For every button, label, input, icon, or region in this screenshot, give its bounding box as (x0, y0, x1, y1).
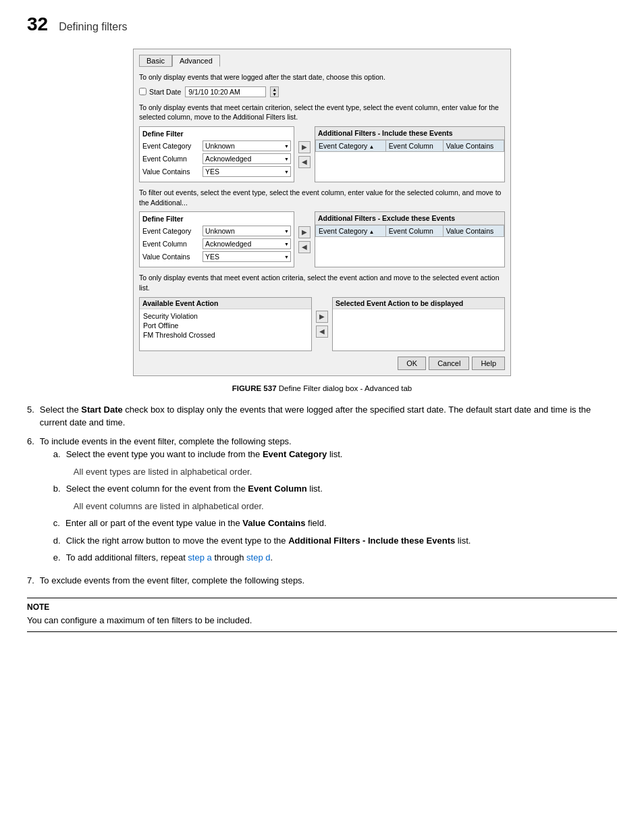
dialog-desc4: To only display events that meet event a… (139, 273, 505, 292)
exclude-right-arrow-btn[interactable]: ▶ (298, 226, 311, 238)
dialog-desc2: To only display events that meet certain… (139, 103, 505, 122)
event-action-section: Available Event Action Security Violatio… (139, 297, 505, 351)
list-item[interactable]: Port Offline (142, 321, 309, 330)
spin-down-icon[interactable]: ▼ (271, 92, 278, 97)
help-button[interactable]: Help (472, 357, 505, 370)
include-af-table: Event Category Event Column Value Contai… (315, 140, 504, 163)
step-6d-letter: d. (53, 534, 61, 548)
exclude-define-filter-box: Define Filter Event Category Unknown Eve… (139, 211, 294, 267)
exclude-af-body (316, 237, 504, 249)
tab-bar: Basic Advanced (139, 55, 505, 67)
step-5: 5. Select the Start Date check box to di… (27, 403, 617, 429)
exclude-value-contains-label: Value Contains (142, 253, 200, 261)
include-col-event-category[interactable]: Event Category (316, 140, 386, 152)
tab-advanced[interactable]: Advanced (172, 55, 220, 67)
include-event-column-select-wrapper: Acknowledged (203, 153, 291, 164)
event-action-right-arrow-btn[interactable]: ▶ (316, 311, 328, 323)
page-title: Defining filters (59, 21, 127, 33)
exclude-event-category-select[interactable]: Unknown (203, 226, 291, 236)
value-contains-bold: Value Contains (242, 518, 305, 528)
start-date-label[interactable]: Start Date (139, 88, 181, 96)
include-event-category-select[interactable]: Unknown (203, 140, 291, 151)
step-6b-subtext: All event columns are listed in alphabet… (74, 500, 471, 513)
step-d-link[interactable]: step d (246, 552, 270, 563)
dialog-desc3: To filter out events, select the event t… (139, 188, 505, 207)
exclude-event-column-row: Event Column Acknowledged (142, 238, 291, 249)
available-event-action-title: Available Event Action (140, 298, 311, 309)
tab-basic[interactable]: Basic (139, 55, 172, 67)
exclude-additional-filters-box: Additional Filters - Exclude these Event… (315, 211, 505, 267)
include-right-arrow-btn[interactable]: ▶ (298, 141, 311, 153)
step-6d-content: Click the right arrow button to move the… (66, 534, 471, 548)
step-6e: e. To add additional filters, repeat ste… (53, 551, 471, 565)
include-value-contains-select[interactable]: YES (203, 166, 291, 177)
include-event-column-select[interactable]: Acknowledged (203, 153, 291, 164)
include-af-body (316, 152, 504, 163)
selected-event-action-title: Selected Event Action to be displayed (333, 298, 504, 309)
exclude-value-contains-select[interactable]: YES (203, 251, 291, 262)
exclude-col-value-contains[interactable]: Value Contains (443, 226, 504, 237)
exclude-layout: Define Filter Event Category Unknown Eve… (139, 211, 505, 267)
start-date-row: Start Date ▲ ▼ (139, 86, 505, 97)
include-filter-section: Define Filter Event Category Unknown Eve… (139, 126, 505, 182)
exclude-event-column-select-wrapper: Acknowledged (203, 238, 291, 249)
exclude-event-column-label: Event Column (142, 240, 200, 248)
step-6-sub-steps: a. Select the event type you want to inc… (53, 448, 471, 565)
exclude-event-category-row: Event Category Unknown (142, 226, 291, 236)
spin-button[interactable]: ▲ ▼ (270, 86, 279, 97)
include-event-category-select-wrapper: Unknown (203, 140, 291, 151)
step-5-text: Select the Start Date check box to displ… (40, 403, 617, 429)
available-event-action-box: Available Event Action Security Violatio… (139, 297, 312, 351)
exclude-af-title: Additional Filters - Exclude these Event… (315, 212, 504, 225)
include-value-contains-label: Value Contains (142, 167, 200, 176)
include-arrow-col: ▶ ◀ (297, 126, 312, 182)
start-date-checkbox[interactable] (139, 88, 146, 95)
exclude-event-column-select[interactable]: Acknowledged (203, 238, 291, 249)
include-value-contains-row: Value Contains YES (142, 166, 291, 177)
step-6d: d. Click the right arrow button to move … (53, 534, 471, 548)
include-layout: Define Filter Event Category Unknown Eve… (139, 126, 505, 182)
list-item[interactable]: Security Violation (142, 311, 309, 321)
ok-button[interactable]: OK (398, 357, 426, 370)
include-define-filter-box: Define Filter Event Category Unknown Eve… (139, 126, 294, 182)
exclude-left-arrow-btn[interactable]: ◀ (298, 241, 311, 253)
include-af-title: Additional Filters - Include these Event… (315, 127, 504, 140)
exclude-col-event-category[interactable]: Event Category (316, 226, 386, 237)
figure-title: Define Filter dialog box - Advanced tab (279, 384, 412, 392)
event-category-bold: Event Category (263, 449, 327, 459)
dialog-buttons: OK Cancel Help (139, 357, 505, 370)
selected-event-action-box: Selected Event Action to be displayed (332, 297, 505, 351)
note-title: NOTE (27, 602, 617, 612)
cancel-button[interactable]: Cancel (429, 357, 469, 370)
include-left-arrow-btn[interactable]: ◀ (298, 156, 311, 168)
step-a-link[interactable]: step a (188, 552, 211, 563)
dialog-desc1: To only display events that were logged … (139, 72, 505, 82)
step-5-number: 5. (27, 403, 34, 429)
step-6e-content: To add additional filters, repeat step a… (66, 551, 273, 565)
include-event-category-label: Event Category (142, 142, 200, 150)
figure-caption: FIGURE 537 Define Filter dialog box - Ad… (27, 384, 617, 392)
include-col-event-column[interactable]: Event Column (385, 140, 443, 152)
page-number: 32 (27, 14, 48, 35)
step-6b: b. Select the event column for the event… (53, 482, 471, 496)
exclude-value-contains-row: Value Contains YES (142, 251, 291, 262)
note-content: You can configure a maximum of ten filte… (27, 614, 617, 627)
spin-up-icon[interactable]: ▲ (271, 87, 278, 92)
step-6b-content: Select the event column for the event fr… (66, 482, 323, 496)
include-col-value-contains[interactable]: Value Contains (443, 140, 504, 152)
list-item[interactable]: FM Threshold Crossed (142, 330, 309, 340)
include-event-column-label: Event Column (142, 155, 200, 163)
event-action-left-arrow-btn[interactable]: ◀ (316, 325, 328, 338)
exclude-event-category-select-wrapper: Unknown (203, 226, 291, 236)
start-date-input[interactable] (185, 86, 266, 97)
step-7-number: 7. (27, 574, 34, 588)
event-action-layout: Available Event Action Security Violatio… (139, 297, 505, 351)
page-header: 32 Defining filters (27, 14, 617, 35)
exclude-filter-section: Define Filter Event Category Unknown Eve… (139, 211, 505, 267)
exclude-value-contains-select-wrapper: YES (203, 251, 291, 262)
dialog-box: Basic Advanced To only display events th… (133, 49, 511, 376)
exclude-arrow-col: ▶ ◀ (297, 211, 312, 267)
step-6-text: To include events in the event filter, c… (40, 435, 471, 448)
event-action-arrow-col: ▶ ◀ (315, 297, 329, 351)
exclude-col-event-column[interactable]: Event Column (385, 226, 443, 237)
